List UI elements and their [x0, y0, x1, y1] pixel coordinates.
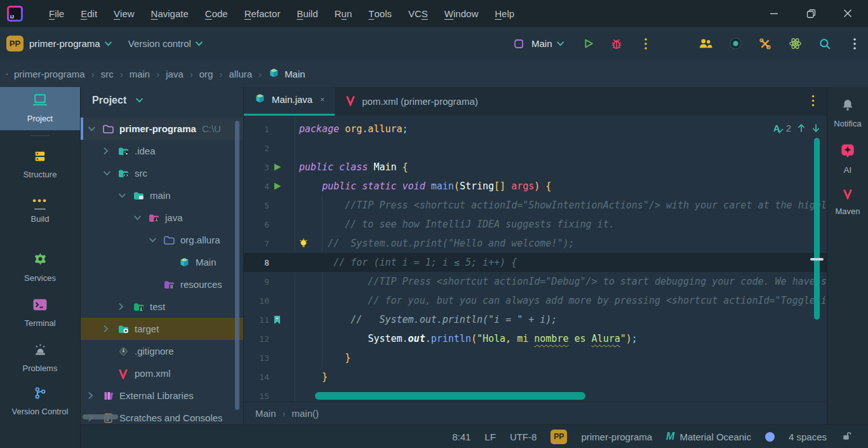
- tool-window-button-terminal[interactable]: Terminal: [0, 292, 80, 328]
- line-number[interactable]: 10: [244, 296, 269, 306]
- menu-code[interactable]: Code: [197, 0, 236, 27]
- code-line-7[interactable]: 7 // System.out.print("Hello and welcome…: [244, 234, 827, 253]
- menu-run[interactable]: Run: [326, 0, 361, 27]
- line-number[interactable]: 15: [244, 391, 269, 401]
- tools-icon[interactable]: [758, 37, 772, 51]
- tab-options-kebab-icon[interactable]: [811, 95, 815, 109]
- tool-window-button-project[interactable]: Project: [0, 87, 80, 130]
- tree-node-target[interactable]: target: [81, 318, 243, 340]
- line-number[interactable]: 2: [244, 144, 269, 153]
- chevron-right-icon[interactable]: [119, 303, 133, 310]
- menu-navigate[interactable]: Navigate: [143, 0, 197, 27]
- breadcrumb-item-main[interactable]: main: [130, 69, 150, 79]
- tree-node-primer-programa[interactable]: primer-programaC:\U: [81, 118, 243, 140]
- intention-bulb-icon[interactable]: [298, 238, 309, 252]
- project-icon-badge[interactable]: PP: [6, 36, 23, 51]
- tree-vertical-scrollbar[interactable]: [235, 121, 239, 410]
- menu-view[interactable]: View: [105, 0, 143, 27]
- chevron-right-icon[interactable]: [103, 147, 117, 154]
- tree-node-test[interactable]: test: [81, 295, 243, 318]
- tool-window-button-ai-assistant[interactable]: AI: [827, 138, 868, 175]
- tool-window-button-maven[interactable]: Maven: [827, 182, 868, 216]
- bookmark-gutter-icon[interactable]: [273, 315, 288, 325]
- project-badge[interactable]: PP: [551, 430, 567, 444]
- tree-node-src[interactable]: src: [81, 162, 243, 184]
- tree-node-external-libraries[interactable]: External Libraries: [81, 384, 243, 407]
- chevron-down-icon[interactable]: [134, 215, 148, 221]
- menu-help[interactable]: Help: [486, 0, 523, 27]
- editor-breadcrumb-item[interactable]: Main: [255, 408, 276, 419]
- line-number[interactable]: 13: [244, 353, 269, 363]
- line-number[interactable]: 6: [244, 220, 269, 229]
- run-gutter-icon[interactable]: [273, 182, 288, 191]
- editor-tab-main.java[interactable]: Main.java×: [244, 87, 335, 116]
- editor-vertical-scrollbar[interactable]: [814, 138, 820, 320]
- file-encoding[interactable]: UTF-8: [510, 431, 537, 442]
- line-number[interactable]: 4: [244, 182, 269, 191]
- chevron-right-icon[interactable]: [88, 392, 102, 399]
- menu-file[interactable]: File: [41, 0, 72, 27]
- menu-window[interactable]: Window: [436, 0, 486, 27]
- breadcrumb-item-src[interactable]: src: [101, 69, 114, 79]
- code-line-3[interactable]: 3public class Main {: [244, 158, 827, 177]
- tool-window-button-services[interactable]: Services: [0, 246, 80, 283]
- line-separator[interactable]: LF: [484, 431, 496, 442]
- editor-breadcrumb-item[interactable]: main(): [292, 408, 319, 419]
- tree-node-resources[interactable]: resources: [81, 273, 243, 295]
- chevron-down-icon[interactable]: [103, 171, 117, 176]
- write-access-lock-icon[interactable]: [841, 430, 851, 444]
- chevron-right-icon[interactable]: [103, 325, 117, 332]
- chevron-down-icon[interactable]: [88, 126, 102, 132]
- menu-refactor[interactable]: Refactor: [236, 0, 289, 27]
- line-number[interactable]: 9: [244, 277, 269, 287]
- line-number[interactable]: 3: [244, 163, 269, 172]
- previous-issue-icon[interactable]: [797, 123, 806, 133]
- tree-node-main[interactable]: Main: [81, 251, 243, 273]
- debug-button[interactable]: [610, 37, 624, 51]
- code-line-14[interactable]: 14 }: [244, 367, 827, 386]
- editor-tab-pom.xml[interactable]: pom.xml (primer-programa): [335, 87, 488, 116]
- code-line-1[interactable]: 1package org.allura;: [244, 119, 827, 139]
- breadcrumb-item-allura[interactable]: allura: [229, 69, 252, 79]
- code-line-6[interactable]: 6 // to see how IntelliJ IDEA suggests f…: [244, 215, 827, 234]
- code-line-8[interactable]: 8 // for (int i = 1; i ≤ 5; i++) {: [244, 253, 827, 272]
- main-menu-kebab-icon[interactable]: [848, 37, 862, 51]
- line-number[interactable]: 11: [244, 315, 269, 325]
- highlighting-level-indicator[interactable]: [765, 432, 775, 442]
- code-line-11[interactable]: 11 // System.out.println("i = " + i);: [244, 310, 827, 329]
- close-button[interactable]: [836, 3, 859, 24]
- run-button[interactable]: [582, 37, 596, 51]
- ai-atom-icon[interactable]: [788, 37, 802, 51]
- code-line-4[interactable]: 4 public static void main(String[] args)…: [244, 177, 827, 196]
- chevron-down-icon[interactable]: [105, 41, 112, 46]
- project-widget[interactable]: primer-programa: [29, 38, 100, 49]
- breadcrumb-item-org[interactable]: org: [199, 69, 213, 79]
- search-icon[interactable]: [818, 37, 832, 51]
- code-with-me-users-icon[interactable]: [698, 37, 712, 51]
- tree-horizontal-scrollbar[interactable]: [83, 414, 118, 419]
- run-configuration-name[interactable]: Main: [531, 38, 552, 49]
- code-editor[interactable]: 1package org.allura;23public class Main …: [244, 116, 827, 402]
- editor-horizontal-scrollbar[interactable]: [315, 392, 585, 400]
- tool-window-button-problems[interactable]: Problems: [0, 337, 80, 373]
- tool-window-button-notifications[interactable]: Notifica: [827, 92, 868, 128]
- tree-node-org.allura[interactable]: org.allura: [81, 229, 243, 251]
- breadcrumb-item-primer-programa[interactable]: primer-programa: [14, 69, 85, 79]
- next-issue-icon[interactable]: [811, 123, 820, 133]
- code-line-13[interactable]: 13 }: [244, 348, 827, 367]
- chevron-down-icon[interactable]: [196, 41, 203, 46]
- tool-window-button-structure[interactable]: Structure: [0, 144, 80, 179]
- record-indicator-icon[interactable]: [728, 37, 742, 51]
- menu-vcs[interactable]: VCS: [400, 0, 436, 27]
- run-gutter-icon[interactable]: [273, 163, 288, 172]
- restore-button[interactable]: [799, 3, 822, 24]
- tree-node-.gitignore[interactable]: .gitignore: [81, 340, 243, 362]
- caret-position[interactable]: 8:41: [452, 431, 471, 442]
- chevron-down-icon[interactable]: [149, 238, 163, 243]
- line-number[interactable]: 14: [244, 372, 269, 382]
- tree-node-pom.xml[interactable]: pom.xml: [81, 362, 243, 384]
- tool-window-button-version-control[interactable]: Version Control: [0, 381, 80, 416]
- menu-tools[interactable]: Tools: [360, 0, 400, 27]
- code-line-10[interactable]: 10 // for you, but you can always add mo…: [244, 291, 827, 310]
- line-number[interactable]: 7: [244, 239, 269, 248]
